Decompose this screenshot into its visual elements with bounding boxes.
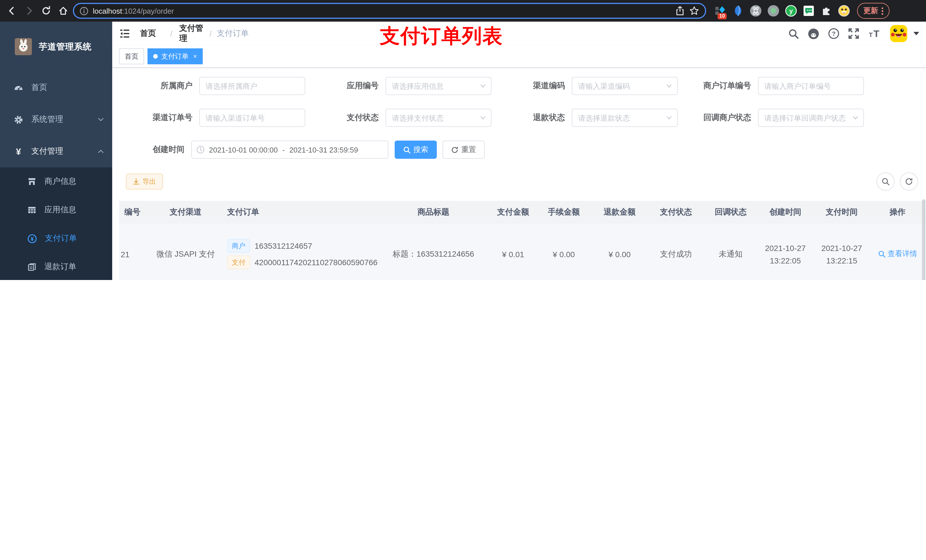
product-title: 标题：1635312124656 bbox=[377, 249, 490, 259]
sidebar-item-merchant-info[interactable]: 商户信息 bbox=[0, 167, 112, 196]
channel-code-filter-select[interactable] bbox=[572, 77, 678, 95]
dashboard-icon bbox=[14, 83, 23, 92]
github-icon[interactable] bbox=[808, 27, 820, 39]
fullscreen-icon[interactable] bbox=[848, 28, 859, 39]
col-fee: 手续金额 bbox=[536, 207, 592, 217]
sidebar-item-home[interactable]: 首页 bbox=[0, 72, 112, 104]
export-button[interactable]: 导出 bbox=[126, 174, 163, 190]
svg-text:¥: ¥ bbox=[16, 146, 21, 156]
orders-table: 编号 支付渠道 支付订单 商品标题 支付金额 手续金额 退款金额 支付状态 回调… bbox=[119, 201, 925, 280]
table-toolbar: 导出 bbox=[126, 172, 918, 191]
pay-amount: ¥ 0.01 bbox=[490, 249, 536, 259]
extension-record-icon[interactable] bbox=[767, 5, 780, 17]
extension-diamond-icon[interactable]: 10 bbox=[714, 5, 727, 17]
toggle-search-button[interactable] bbox=[876, 172, 895, 191]
actions-cell: 查看详情 bbox=[870, 249, 925, 260]
pay-order-no: 4200001174202110278060590766 bbox=[254, 258, 378, 267]
extension-balloon-icon[interactable] bbox=[732, 5, 744, 17]
back-button[interactable] bbox=[5, 3, 20, 18]
extension-command-icon[interactable] bbox=[749, 5, 762, 17]
date-range-picker[interactable]: 2021-10-01 00:00:00 - 2021-10-31 23:59:5… bbox=[191, 140, 388, 159]
extension-badge: 10 bbox=[717, 13, 727, 20]
sidebar-item-refund-order[interactable]: 退款订单 bbox=[0, 253, 112, 280]
refund-status-filter-select[interactable] bbox=[572, 109, 678, 127]
merchant-order-filter-input[interactable] bbox=[758, 77, 864, 95]
svg-text:¥: ¥ bbox=[30, 235, 34, 242]
avatar-caret-icon[interactable] bbox=[914, 32, 919, 35]
svg-text:?: ? bbox=[832, 30, 835, 37]
extension-emoji-icon[interactable] bbox=[838, 5, 850, 17]
col-id: 编号 bbox=[119, 207, 144, 217]
sidebar-item-system[interactable]: 系统管理 bbox=[0, 104, 112, 136]
view-detail-link[interactable]: 查看详情 bbox=[878, 249, 917, 259]
avatar-image bbox=[890, 25, 907, 42]
logo-image bbox=[15, 38, 32, 55]
create-time: 2021-10-27 13:22:05 bbox=[757, 242, 814, 267]
breadcrumb-payment[interactable]: 支付管理 bbox=[178, 23, 204, 44]
merchant-filter-input[interactable] bbox=[199, 77, 305, 95]
callback-status-filter-label: 回调商户状态 bbox=[678, 113, 758, 123]
help-icon[interactable]: ? bbox=[828, 28, 840, 39]
top-navbar: 首页 / 支付管理 / 支付订单 支付订单列表 ? TT bbox=[112, 22, 926, 45]
clock-icon bbox=[197, 146, 204, 154]
site-info-icon[interactable] bbox=[80, 6, 88, 15]
merchant-order-no: 1635312124657 bbox=[254, 241, 312, 251]
close-tab-icon[interactable]: × bbox=[193, 52, 197, 60]
channel-order-filter-input[interactable] bbox=[199, 109, 305, 127]
svg-text:T: T bbox=[874, 28, 879, 39]
window-scrollbar[interactable] bbox=[922, 199, 925, 280]
screen: localhost:1024/pay/order 10 y bbox=[0, 0, 926, 280]
col-create-time: 创建时间 bbox=[757, 207, 814, 217]
home-button[interactable] bbox=[56, 3, 71, 18]
sidebar-fold-icon[interactable] bbox=[119, 28, 130, 39]
forward-button[interactable] bbox=[22, 3, 36, 18]
magnifier-icon bbox=[878, 251, 885, 258]
channel-order-filter-label: 渠道订单号 bbox=[119, 113, 199, 123]
date-start: 2021-10-01 00:00:00 bbox=[209, 145, 278, 154]
user-avatar[interactable] bbox=[890, 25, 907, 42]
sidebar-item-app-info[interactable]: 应用信息 bbox=[0, 196, 112, 224]
col-pay-status: 支付状态 bbox=[648, 207, 705, 217]
pay-channel: 微信 JSAPI 支付 bbox=[144, 249, 227, 259]
col-pay-time: 支付时间 bbox=[814, 207, 870, 217]
sidebar-logo[interactable]: 芋道管理系统 bbox=[0, 22, 112, 72]
address-bar[interactable]: localhost:1024/pay/order bbox=[73, 3, 706, 19]
bookmark-star-icon[interactable] bbox=[689, 6, 699, 16]
col-actions: 操作 bbox=[870, 207, 925, 217]
search-icon bbox=[882, 178, 890, 186]
merchant-filter-label: 所属商户 bbox=[119, 81, 199, 91]
tab-home[interactable]: 首页 bbox=[119, 48, 144, 64]
extension-chat-icon[interactable] bbox=[802, 5, 815, 17]
search-button[interactable]: 搜索 bbox=[395, 140, 437, 159]
font-size-icon[interactable]: TT bbox=[868, 28, 882, 39]
refresh-table-button[interactable] bbox=[900, 172, 918, 191]
refresh-icon bbox=[451, 146, 458, 153]
shop-icon bbox=[27, 177, 36, 186]
svg-text:T: T bbox=[869, 31, 873, 38]
callback-status-filter-select[interactable] bbox=[758, 109, 864, 127]
gear-icon bbox=[14, 115, 23, 124]
app-filter-select[interactable] bbox=[386, 77, 492, 95]
breadcrumb-home[interactable]: 首页 bbox=[138, 29, 165, 39]
pay-status-filter-select[interactable] bbox=[386, 109, 492, 127]
forward-arrow-icon bbox=[24, 6, 34, 16]
reload-button[interactable] bbox=[39, 3, 53, 18]
browser-menu-icon[interactable] bbox=[882, 7, 883, 15]
reset-button[interactable]: 重置 bbox=[442, 140, 485, 159]
channel-code-filter-label: 渠道编码 bbox=[492, 81, 572, 91]
col-channel: 支付渠道 bbox=[144, 207, 227, 217]
sidebar-item-pay-order[interactable]: ¥ 支付订单 bbox=[0, 224, 112, 253]
sidebar-item-payment[interactable]: ¥ 支付管理 bbox=[0, 136, 112, 167]
update-button[interactable]: 更新 bbox=[857, 3, 890, 19]
tab-pay-order[interactable]: 支付订单 × bbox=[147, 48, 203, 64]
app-title: 芋道管理系统 bbox=[39, 41, 92, 52]
merchant-tag: 商户 bbox=[227, 239, 250, 253]
col-amount: 支付金额 bbox=[490, 207, 536, 217]
extension-icons: 10 y bbox=[714, 5, 850, 17]
filter-row-3: 创建时间 2021-10-01 00:00:00 - 2021-10-31 23… bbox=[119, 140, 926, 159]
share-icon[interactable] bbox=[675, 6, 684, 16]
search-icon[interactable] bbox=[788, 28, 799, 39]
download-icon bbox=[133, 178, 139, 185]
extensions-puzzle-icon[interactable] bbox=[820, 5, 832, 17]
extension-y-icon[interactable]: y bbox=[785, 5, 797, 17]
